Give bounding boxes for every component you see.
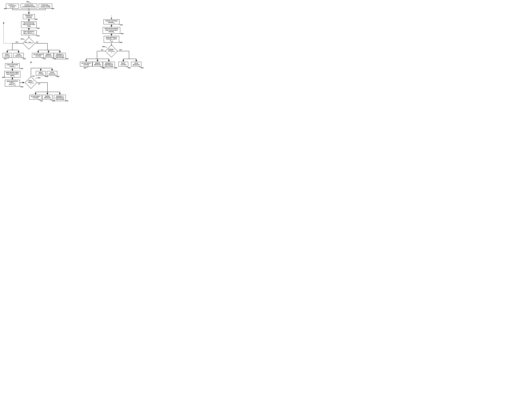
yes-448: YES <box>119 49 122 51</box>
no-412: NO <box>36 41 38 43</box>
ref-414: 414 <box>43 58 46 60</box>
ref-418: 418 <box>66 58 68 60</box>
yes-412: YES <box>15 41 18 43</box>
box-bios-decrypts-cmos: BIOS DECRYPTSCMOSSIGWITH KPUB <box>5 80 20 87</box>
ref-406: 406 <box>35 18 37 20</box>
box-error-message-3: ERRORMESSAGE <box>92 62 103 67</box>
ref-430: 430 <box>38 77 40 79</box>
box-boot-system: BOOTSYSTEM <box>3 53 12 58</box>
ref-432: 432 <box>40 100 43 102</box>
box-boot-system-3: BOOTSYSTEM <box>119 62 128 67</box>
right-flow: NVRAM CONTAINSNVRAMSIG 442 BIOS READS NV… <box>81 15 144 96</box>
ref-402: 402 <box>26 1 29 3</box>
ref-412: 412 <box>21 38 23 40</box>
ref-452: 452 <box>102 67 105 69</box>
ref-428: 428 <box>21 86 23 88</box>
decision-nvram-label: NVRAMH =NVRAMDSIG? <box>108 49 115 53</box>
ref-426: 426 <box>2 76 5 78</box>
ref-438: 438 <box>45 75 48 77</box>
ref-408: 408 <box>37 27 39 29</box>
box-bios-reads-nvram: BIOS READS NVRAMAND CALCULATESNVRAMH <box>103 27 120 34</box>
box-cmos-contains: CMOS CONTAINSCMOSSIG <box>5 63 20 68</box>
no-430: NO <box>38 83 40 85</box>
ref-424: 424 <box>20 68 23 69</box>
box-donot-boot-2: DO NOT BOOTSYSTEM <box>30 95 42 99</box>
ref-410: 410 <box>37 35 39 37</box>
box-bios-decrypts-bb: BIOS DECRYPTSBBSIG WITH KPUB <box>21 30 37 35</box>
left-flow: STORE KPUBIN BIOS STORE HASHALGORITHM IN… <box>2 2 72 109</box>
decision-bb-label: BBH = BBDSIG? <box>25 42 33 45</box>
no-448: NO <box>101 49 103 51</box>
box-bios-decrypts-nvram: BIOS DECRYPTSNVRAMSIG WITHKPUB <box>104 36 119 43</box>
box-valid-message-3: VALIDMESSAGE <box>131 62 141 67</box>
ref-440: 440 <box>57 75 59 77</box>
ref-446: 446 <box>120 42 122 43</box>
box-error-message: ERRORMESSAGE <box>43 53 54 58</box>
box-store-kpub: STORE KPUBIN BIOS <box>6 4 19 8</box>
box-donot-boot: DO NOT BOOTSYSTEM <box>32 53 44 58</box>
ref-422: 422 <box>23 58 26 60</box>
ref-444: 444 <box>121 33 124 34</box>
ref-448: 448 <box>102 46 105 47</box>
box-nvram-contains: NVRAM CONTAINSNVRAMSIG <box>104 19 120 24</box>
ref-420: 420 <box>4 58 7 60</box>
ref-416: 416 <box>53 58 56 60</box>
box-boot-system-2: BOOTSYSTEM <box>36 71 46 76</box>
flowchart-page: STORE KPUBIN BIOS STORE HASHALGORITHM IN… <box>2 2 514 109</box>
box-valid-message: VALIDMESSAGE <box>13 53 24 58</box>
ref-442: 442 <box>120 24 123 26</box>
box-disable-portion-2: DISABLE APORTION OFTHE SYSTEM <box>54 95 66 101</box>
box-donot-boot-3: DO NOT BOOTSYSTEM <box>80 62 92 67</box>
ref-456: 456 <box>128 67 131 69</box>
ref-458: 458 <box>141 67 143 69</box>
box-error-message-2: ERRORMESSAGE <box>42 95 53 99</box>
box-bios-reads-bb: BIOS READS BBAND CALCULATESA BBH <box>21 22 37 28</box>
ref-450: 450 <box>84 67 86 69</box>
ref-434: 434 <box>52 100 55 102</box>
ref-400: 400 <box>4 8 7 9</box>
ref-404: 404 <box>52 8 54 9</box>
box-store-bbsig: STORE BBSIGIN BIOS OR BB <box>39 4 52 8</box>
box-power-on: POWER ONSYSTEM <box>23 14 35 19</box>
ref-436: 436 <box>66 100 68 102</box>
decision-cmos-label: CMOSH =CMOSDSIG? <box>28 80 34 85</box>
ref-454: 454 <box>115 67 117 69</box>
box-bios-reads-cmos: BIOS READS CMOSAND CALCULATESCMOSH <box>4 71 20 77</box>
box-valid-message-2: VALIDMESSAGE <box>47 71 57 76</box>
yes-430: YES <box>32 75 35 77</box>
box-store-hash: STORE HASHALGORITHM IN BIOS <box>21 4 37 8</box>
